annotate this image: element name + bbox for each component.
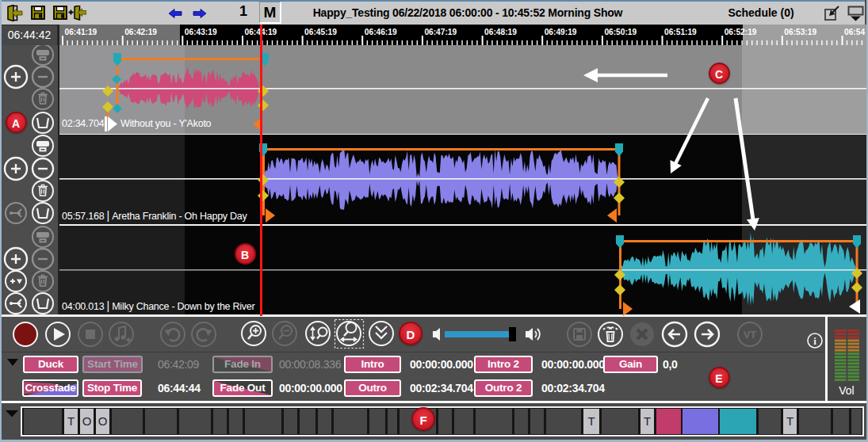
svg-text:Vol: Vol — [839, 384, 854, 397]
svg-text:VT: VT — [744, 329, 757, 341]
svg-text:i: i — [813, 335, 816, 347]
